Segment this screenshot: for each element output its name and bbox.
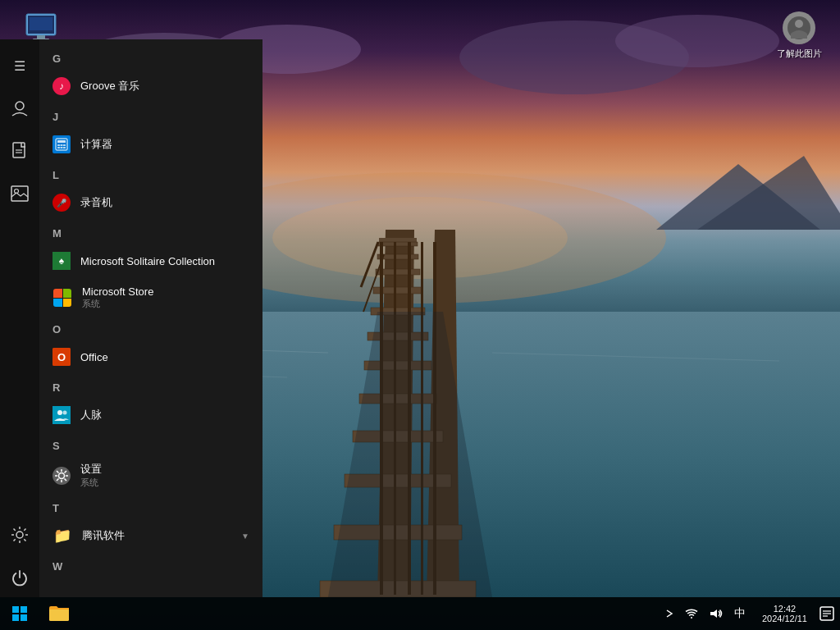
letter-t: T	[39, 495, 262, 518]
desktop: 此电脑 了解此图片 ☰	[0, 0, 840, 630]
svg-point-44	[16, 102, 24, 110]
tencent-name: 腾讯软件	[82, 528, 231, 543]
power-button[interactable]	[0, 558, 39, 597]
ime-icon[interactable]: 中	[731, 605, 749, 623]
people-name: 人脉	[80, 408, 249, 422]
svg-rect-55	[63, 144, 66, 146]
settings-app-icon	[52, 467, 71, 485]
calculator-item[interactable]: 计算器	[39, 126, 262, 162]
letter-w: W	[39, 554, 262, 576]
settings-sidebar-button[interactable]	[0, 515, 39, 555]
clock-time: 12:42	[774, 604, 797, 614]
svg-marker-77	[710, 609, 717, 618]
letter-o: O	[39, 317, 262, 339]
svg-point-5	[615, 15, 779, 67]
microsoft-store-item[interactable]: Microsoft Store 系统	[39, 279, 262, 317]
solitaire-name: Microsoft Solitaire Collection	[80, 255, 249, 267]
calculator-icon	[52, 135, 71, 153]
tencent-expand-icon[interactable]: ▼	[241, 532, 249, 541]
letter-r: R	[39, 375, 262, 397]
app-list: G ♪ Groove 音乐 J	[39, 39, 262, 597]
system-tray: 中	[655, 597, 756, 630]
calculator-name: 计算器	[80, 137, 249, 152]
svg-text:O: O	[57, 351, 66, 363]
groove-music-name: Groove 音乐	[80, 79, 249, 94]
people-icon	[52, 406, 71, 424]
start-menu: ☰	[0, 39, 262, 597]
letter-s: S	[39, 433, 262, 455]
taskbar: 中 12:42 2024/12/11	[0, 597, 840, 630]
solitaire-icon: ♠	[52, 252, 71, 270]
photos-app-icon	[783, 11, 815, 44]
photos-label: 了解此图片	[777, 48, 822, 60]
svg-rect-56	[57, 147, 60, 148]
notification-center-button[interactable]	[814, 597, 840, 630]
svg-rect-63	[52, 406, 71, 424]
clock-date: 2024/12/11	[762, 614, 807, 623]
settings-app-subtitle: 系统	[80, 477, 249, 489]
microsoft-store-subtitle: 系统	[82, 298, 249, 310]
start-main: G ♪ Groove 音乐 J	[39, 39, 262, 597]
settings-item[interactable]: 设置 系统	[39, 455, 262, 495]
svg-rect-39	[30, 17, 52, 30]
start-sidebar: ☰	[0, 39, 39, 597]
office-item[interactable]: O Office	[39, 339, 262, 375]
hamburger-button[interactable]: ☰	[0, 46, 39, 85]
recorder-name: 录音机	[80, 195, 249, 210]
svg-rect-57	[61, 147, 63, 148]
hamburger-icon: ☰	[14, 58, 25, 74]
svg-rect-58	[63, 147, 66, 148]
svg-rect-17	[378, 242, 418, 246]
recorder-item[interactable]: 🎤 录音机	[39, 185, 262, 221]
pictures-button[interactable]	[0, 174, 39, 213]
svg-rect-48	[11, 186, 28, 201]
letter-j: J	[39, 104, 262, 126]
svg-point-50	[16, 532, 23, 538]
start-button[interactable]	[0, 597, 39, 630]
svg-rect-40	[37, 35, 45, 39]
user-button[interactable]	[0, 89, 39, 128]
photos-icon[interactable]: 了解此图片	[766, 8, 832, 63]
office-name: Office	[80, 351, 249, 363]
volume-icon[interactable]	[706, 606, 726, 621]
svg-point-43	[795, 20, 803, 28]
letter-g: G	[39, 46, 262, 68]
solitaire-item[interactable]: ♠ Microsoft Solitaire Collection	[39, 243, 262, 279]
tencent-folder-icon: 📁	[52, 526, 72, 546]
recorder-icon: 🎤	[52, 194, 71, 212]
svg-point-64	[57, 410, 62, 415]
tray-chevron[interactable]	[662, 607, 677, 620]
svg-rect-52	[57, 140, 66, 143]
svg-point-7	[272, 197, 568, 279]
windows-logo	[12, 606, 27, 621]
svg-rect-76	[49, 608, 69, 621]
svg-point-65	[63, 411, 67, 415]
system-clock[interactable]: 12:42 2024/12/11	[756, 597, 814, 630]
microsoft-store-name: Microsoft Store	[82, 285, 249, 298]
microsoft-store-icon	[52, 288, 72, 308]
network-icon[interactable]	[682, 606, 701, 621]
svg-rect-53	[57, 144, 60, 146]
file-explorer-icon	[49, 603, 69, 625]
tencent-item[interactable]: 📁 腾讯软件 ▼	[39, 518, 262, 554]
people-item[interactable]: 人脉	[39, 397, 262, 433]
settings-app-name: 设置	[80, 462, 249, 477]
documents-button[interactable]	[0, 131, 39, 171]
groove-music-icon: ♪	[52, 77, 71, 95]
office-icon: O	[52, 348, 71, 366]
groove-music-item[interactable]: ♪ Groove 音乐	[39, 68, 262, 104]
svg-text:♠: ♠	[59, 255, 65, 267]
letter-m: M	[39, 221, 262, 243]
file-explorer-button[interactable]	[39, 597, 79, 630]
letter-l: L	[39, 162, 262, 185]
svg-rect-54	[61, 144, 63, 146]
